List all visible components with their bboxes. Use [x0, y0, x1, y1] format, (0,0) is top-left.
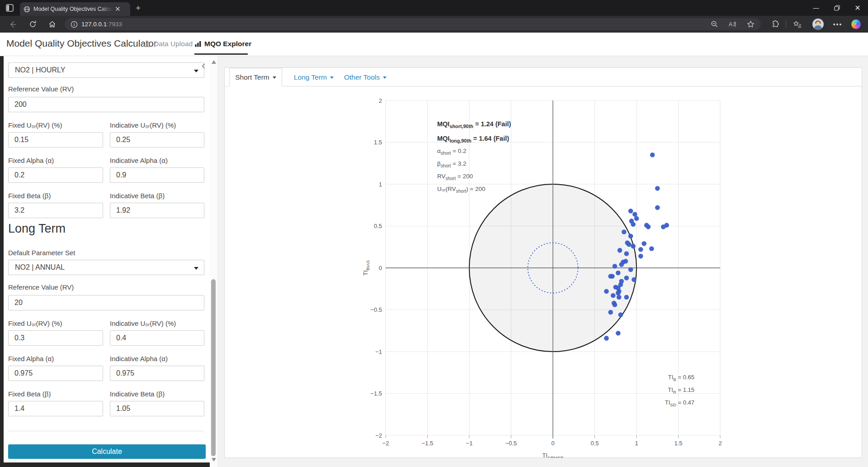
nav-mqo-explorer[interactable]: MQO Explorer [194, 40, 251, 48]
data-point[interactable] [650, 152, 655, 157]
st-fixed-alpha-input[interactable] [8, 167, 103, 183]
settings-menu-icon[interactable]: ••• [831, 16, 844, 33]
short-term-param-set-select[interactable]: NO2 | HOURLY [8, 62, 204, 78]
site-info-icon[interactable] [71, 21, 78, 28]
sidebar-collapse-icon[interactable]: ‹ [198, 60, 208, 71]
url-bar[interactable]: 127.0.0.1:7933 A [65, 18, 761, 30]
lt-fixed-alpha-input[interactable] [8, 366, 103, 381]
st-ind-alpha-input[interactable] [110, 167, 204, 183]
scroll-up-icon[interactable] [212, 60, 216, 64]
data-point[interactable] [616, 291, 621, 295]
x-tick-label: 2 [718, 440, 722, 447]
data-point[interactable] [624, 276, 629, 281]
data-point[interactable] [655, 205, 660, 210]
data-point[interactable] [610, 274, 615, 279]
favorites-star-icon[interactable] [747, 20, 755, 28]
data-point[interactable] [655, 186, 660, 191]
data-point[interactable] [628, 209, 633, 214]
data-point[interactable] [622, 229, 627, 234]
data-point[interactable] [618, 248, 623, 253]
refresh-icon[interactable] [26, 16, 39, 33]
data-point[interactable] [608, 310, 613, 315]
long-term-heading: Long Term [8, 222, 66, 236]
data-point[interactable] [646, 224, 651, 229]
tab-short-term[interactable]: Short Term [229, 68, 282, 86]
st-fixed-beta-input[interactable] [8, 203, 103, 218]
data-point[interactable] [628, 234, 633, 238]
data-point[interactable] [627, 242, 632, 247]
tab-close-icon[interactable]: ✕ [115, 5, 121, 13]
scrollbar-thumb[interactable] [211, 279, 216, 456]
nav-data-upload[interactable]: Data Upload [144, 40, 193, 48]
page-left-edge [0, 56, 4, 467]
data-point[interactable] [628, 267, 633, 272]
lt-ind-alpha-input[interactable] [110, 366, 204, 381]
tab-other-tools[interactable]: Other Tools [344, 68, 387, 86]
window-restore-icon[interactable] [826, 0, 847, 16]
long-term-param-set-select[interactable]: NO2 | ANNUAL [8, 260, 204, 275]
data-point[interactable] [604, 289, 609, 294]
data-point[interactable] [664, 223, 669, 228]
new-tab-icon[interactable]: + [136, 3, 141, 13]
window-minimize-icon[interactable]: — [806, 0, 826, 16]
data-point[interactable] [613, 302, 618, 307]
st-ind-beta-input[interactable] [110, 203, 204, 218]
y-tick-label: 1.5 [374, 139, 382, 146]
data-point[interactable] [618, 312, 623, 317]
data-point[interactable] [649, 246, 654, 251]
profile-avatar[interactable] [812, 19, 824, 30]
tab-long-term[interactable]: Long Term [294, 68, 334, 86]
data-point[interactable] [632, 277, 637, 282]
back-icon[interactable] [6, 16, 19, 33]
data-point[interactable] [604, 336, 609, 341]
read-aloud-icon[interactable]: A [728, 20, 737, 28]
app-header: Model Quality Objectives Calculator Data… [0, 33, 868, 56]
data-point[interactable] [613, 264, 618, 269]
data-point[interactable] [623, 259, 628, 264]
y-tick-label: −2 [375, 432, 382, 439]
lt-fixed-beta-input[interactable] [8, 401, 103, 416]
lt-rv-input[interactable] [8, 295, 204, 310]
data-point[interactable] [642, 241, 646, 246]
x-tick-label: 1.5 [674, 440, 682, 447]
data-point[interactable] [638, 247, 643, 252]
calculate-button[interactable]: Calculate [8, 444, 206, 459]
browser-tab[interactable]: Model Quality Objectives Calculat ✕ [20, 2, 130, 16]
data-point[interactable] [631, 244, 636, 249]
data-point[interactable] [619, 262, 624, 267]
page-content: NO2 | HOURLY Reference Value (RV) Fixed … [0, 56, 868, 467]
parameter-sidebar: NO2 | HOURLY Reference Value (RV) Fixed … [4, 56, 210, 462]
st-fixed-u-input[interactable] [8, 132, 103, 148]
zoom-out-icon[interactable] [711, 20, 718, 28]
data-point[interactable] [624, 295, 629, 300]
home-icon[interactable] [45, 16, 59, 33]
st-ind-beta-label: Indicative Beta (β) [110, 192, 165, 200]
favorites-hub-icon[interactable] [791, 16, 804, 33]
extensions-icon[interactable] [769, 16, 782, 33]
data-point[interactable] [634, 216, 639, 221]
copilot-icon[interactable] [851, 19, 861, 29]
lt-fixed-alpha-label: Fixed Alpha (α) [8, 355, 54, 362]
data-point[interactable] [617, 295, 622, 300]
svg-text:A: A [729, 21, 732, 28]
data-point[interactable] [616, 271, 621, 276]
data-point[interactable] [638, 254, 643, 259]
scroll-down-icon[interactable] [212, 458, 216, 462]
data-point[interactable] [611, 293, 616, 298]
st-rv-input[interactable] [8, 97, 204, 112]
chart-tab-bar: Short Term Long Term Other Tools [225, 68, 862, 86]
lt-ind-beta-input[interactable] [110, 401, 204, 416]
target-plot[interactable]: −2−2−1.5−1.5−1−1−0.5−0.5000.50.5111.51.5… [225, 86, 863, 458]
st-ind-u-input[interactable] [110, 132, 204, 148]
data-point[interactable] [632, 212, 637, 217]
tab-workspaces-icon[interactable] [6, 4, 14, 12]
lt-ind-u-input[interactable] [110, 330, 204, 346]
data-point[interactable] [631, 222, 636, 227]
sidebar-scrollbar[interactable] [210, 56, 218, 467]
window-close-icon[interactable]: ✕ [847, 0, 868, 16]
data-point[interactable] [624, 251, 629, 256]
short-term-param-set-value: NO2 | HOURLY [15, 66, 65, 74]
lt-fixed-u-input[interactable] [8, 330, 103, 346]
chevron-down-icon [194, 267, 198, 270]
data-point[interactable] [616, 331, 621, 336]
